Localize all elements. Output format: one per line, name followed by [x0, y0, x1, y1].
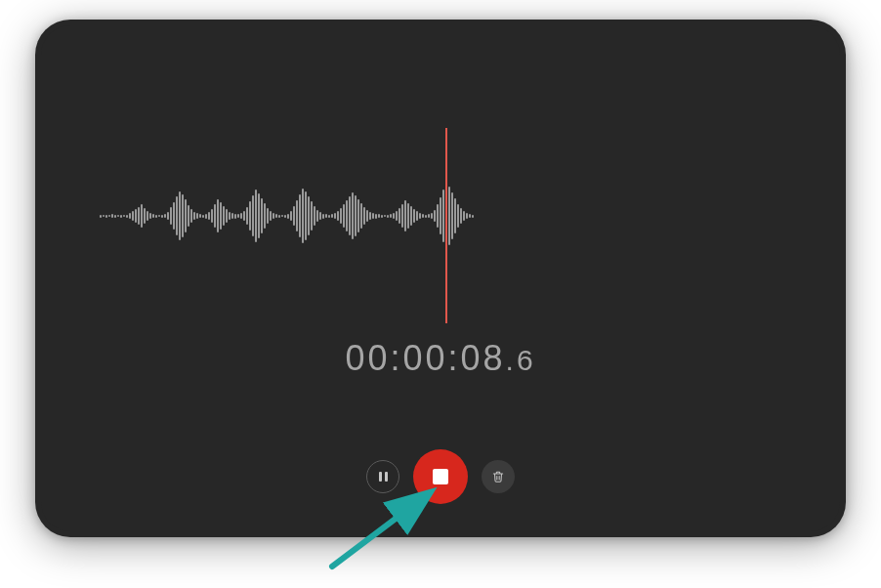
- waveform-bar: [161, 215, 163, 218]
- waveform-bar: [355, 195, 357, 236]
- waveform-bar: [302, 189, 304, 243]
- waveform-bar: [147, 211, 148, 221]
- waveform-bar: [237, 214, 239, 218]
- waveform-bar: [252, 195, 254, 236]
- waveform-bar: [123, 215, 125, 217]
- waveform-bar: [214, 204, 216, 228]
- waveform-bar: [308, 196, 310, 235]
- waveform-bar: [205, 214, 207, 219]
- pause-icon: [379, 472, 388, 482]
- waveform-bar: [176, 196, 178, 235]
- waveform-bar: [217, 199, 219, 232]
- waveform-bar: [132, 211, 134, 221]
- waveform-bar: [220, 202, 222, 230]
- waveform-bar: [152, 214, 154, 218]
- recorder-window: 00:00:08.6: [35, 20, 846, 537]
- waveform-bar: [352, 192, 354, 239]
- waveform-bar: [231, 213, 233, 219]
- stop-record-button[interactable]: [413, 449, 468, 504]
- waveform-bar: [111, 214, 113, 218]
- waveform-bar: [149, 213, 151, 219]
- waveform-bar: [144, 208, 146, 224]
- waveform-bar: [375, 214, 377, 219]
- waveform-bar: [372, 213, 374, 219]
- timer-fraction: .6: [506, 344, 536, 376]
- waveform-bar: [331, 214, 333, 218]
- waveform-bar: [179, 191, 181, 240]
- waveform-bar: [363, 207, 365, 225]
- waveform-bar: [290, 211, 292, 221]
- waveform-bar: [278, 215, 280, 218]
- waveform-bar: [105, 215, 107, 218]
- waveform-bar: [311, 201, 313, 231]
- waveform-bar: [293, 206, 295, 226]
- waveform-bar: [182, 194, 184, 237]
- waveform-bar: [316, 210, 318, 222]
- waveform-bar: [413, 209, 415, 223]
- waveform-bar: [442, 189, 444, 242]
- waveform-bar: [451, 192, 453, 239]
- recording-timer: 00:00:08.6: [41, 338, 840, 379]
- trash-icon: [491, 470, 505, 483]
- waveform: [100, 167, 474, 265]
- waveform-bar: [281, 215, 283, 217]
- waveform-bar: [243, 211, 245, 221]
- delete-button[interactable]: [482, 460, 515, 493]
- pause-button[interactable]: [366, 460, 399, 493]
- waveform-bar: [108, 215, 110, 217]
- waveform-bar: [337, 211, 339, 221]
- waveform-bar: [419, 213, 421, 219]
- waveform-bar: [387, 215, 389, 218]
- waveform-bar: [466, 213, 468, 219]
- waveform-bar: [340, 208, 342, 224]
- waveform-bar: [457, 204, 459, 228]
- waveform-bar: [258, 193, 260, 238]
- waveform-bar: [173, 202, 175, 230]
- waveform-bar: [360, 203, 362, 229]
- waveform-bar: [416, 211, 418, 221]
- waveform-bar: [185, 199, 187, 232]
- waveform-bar: [314, 206, 315, 226]
- waveform-bar: [404, 200, 406, 231]
- waveform-bar: [425, 215, 427, 218]
- waveform-bar: [384, 215, 386, 217]
- waveform-bar: [454, 198, 456, 233]
- waveform-bar: [120, 215, 122, 218]
- waveform-bar: [440, 197, 441, 234]
- waveform-bar: [305, 191, 307, 240]
- waveform-bar: [264, 203, 266, 229]
- waveform-bar: [255, 189, 257, 242]
- waveform-bar: [322, 214, 324, 219]
- waveform-bar: [270, 211, 272, 221]
- waveform-area: [41, 133, 840, 299]
- waveform-bar: [273, 213, 274, 219]
- waveform-bar: [357, 199, 359, 232]
- waveform-bar: [366, 210, 368, 222]
- waveform-bar: [167, 212, 169, 220]
- waveform-bar: [328, 215, 330, 218]
- waveform-bar: [129, 213, 131, 219]
- waveform-bar: [226, 209, 228, 223]
- waveform-bar: [472, 215, 474, 218]
- waveform-bar: [229, 212, 231, 220]
- waveform-bar: [126, 215, 128, 218]
- waveform-bar: [114, 215, 116, 218]
- timer-main: 00:00:08: [345, 338, 505, 378]
- waveform-bar: [193, 212, 195, 220]
- waveform-bar: [349, 196, 351, 235]
- waveform-bar: [100, 215, 102, 218]
- waveform-bar: [164, 214, 166, 218]
- waveform-bar: [202, 215, 204, 218]
- playhead-line: [445, 128, 447, 323]
- waveform-bar: [346, 200, 348, 231]
- waveform-bar: [399, 208, 400, 224]
- waveform-bar: [223, 206, 225, 226]
- waveform-bar: [199, 214, 201, 218]
- waveform-bar: [469, 214, 471, 218]
- waveform-bar: [158, 215, 160, 217]
- waveform-bar: [275, 214, 277, 218]
- waveform-bar: [299, 194, 301, 237]
- waveform-bar: [287, 214, 289, 219]
- waveform-bar: [240, 213, 242, 219]
- waveform-bar: [188, 205, 189, 227]
